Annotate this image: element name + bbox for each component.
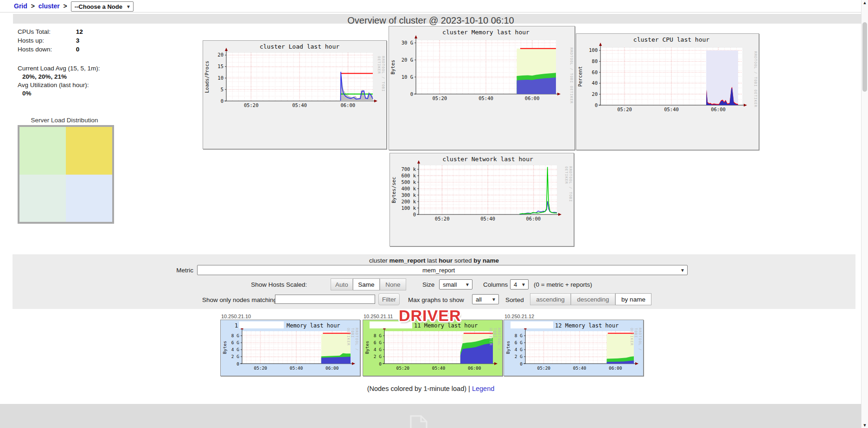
host-memory-graph-11[interactable]: 02 G4 G6 G8 G05:2005:4006:00Bytes11 Memo… bbox=[363, 320, 503, 376]
svg-text:0: 0 bbox=[221, 98, 223, 104]
svg-text:06:00: 06:00 bbox=[711, 107, 726, 112]
stat-value: 3 bbox=[76, 37, 80, 44]
scaled-same-button[interactable]: Same bbox=[353, 278, 380, 290]
filter-label: Show only nodes matching bbox=[202, 296, 277, 303]
svg-text:0: 0 bbox=[236, 361, 239, 366]
sld-quadrant-top-left bbox=[19, 127, 66, 175]
metric-label: Metric bbox=[170, 267, 193, 274]
svg-text:05:20: 05:20 bbox=[254, 365, 267, 371]
svg-text:400 k: 400 k bbox=[401, 186, 416, 191]
max-graphs-select[interactable]: all ▼ bbox=[472, 294, 499, 304]
svg-text:5: 5 bbox=[221, 87, 223, 92]
svg-text:8 G: 8 G bbox=[374, 333, 382, 338]
svg-text:6 G: 6 G bbox=[231, 340, 239, 345]
stat-label: Hosts down: bbox=[18, 46, 74, 53]
svg-text:10: 10 bbox=[217, 75, 223, 81]
graph-legend: In Now: 23.2k Min: 4.3k Avg: 61.1k Max:7… bbox=[390, 246, 574, 246]
rrdtool-watermark: RRDTOOL / TOBI OETIKER bbox=[564, 166, 573, 213]
svg-text:cluster Load last hour: cluster Load last hour bbox=[260, 43, 339, 50]
svg-text:4 G: 4 G bbox=[374, 347, 382, 352]
host-ip-label: 10.250.21.11 bbox=[364, 314, 393, 319]
svg-text:30 G: 30 G bbox=[402, 40, 413, 45]
footer-band bbox=[0, 404, 868, 428]
host-memory-graph-12[interactable]: 02 G4 G6 G8 G05:2005:4006:00Bytes12 Memo… bbox=[504, 320, 644, 376]
svg-text:06:00: 06:00 bbox=[526, 216, 541, 221]
svg-text:10 G: 10 G bbox=[402, 74, 413, 80]
scroll-down-arrow[interactable]: ▼ bbox=[862, 423, 868, 428]
metric-select[interactable]: mem_report ▼ bbox=[197, 265, 688, 275]
svg-text:4 G: 4 G bbox=[515, 347, 523, 352]
scrollbar-thumb[interactable] bbox=[862, 22, 867, 92]
graph-legend: Use Now: 9.7G Min: 1.9G Avg: 8.0G Max: 9… bbox=[389, 150, 574, 150]
stat-label: Hosts up: bbox=[18, 37, 74, 44]
header-divider bbox=[0, 12, 862, 13]
chevron-down-icon: ▼ bbox=[521, 282, 526, 287]
size-select[interactable]: small ▼ bbox=[439, 279, 472, 290]
columns-select-value: 4 bbox=[514, 281, 517, 288]
svg-text:05:40: 05:40 bbox=[292, 102, 307, 108]
svg-text:2 G: 2 G bbox=[231, 354, 239, 359]
server-load-distribution-chart[interactable] bbox=[18, 125, 114, 224]
scaled-label: Show Hosts Scaled: bbox=[207, 281, 307, 288]
cluster-memory-graph[interactable]: 010 G20 G30 G05:2005:4006:00Bytescluster… bbox=[389, 26, 575, 150]
svg-text:Bytes/sec: Bytes/sec bbox=[391, 177, 396, 203]
cluster-network-graph[interactable]: 0100 k200 k300 k400 k500 k600 k700 k05:2… bbox=[389, 153, 574, 246]
svg-text:6 G: 6 G bbox=[374, 340, 382, 345]
svg-text:20 G: 20 G bbox=[402, 57, 413, 63]
sort-by-name-button[interactable]: by name bbox=[615, 293, 651, 305]
vertical-scrollbar[interactable]: ▲ ▼ bbox=[861, 0, 868, 428]
svg-text:80: 80 bbox=[592, 58, 598, 64]
sort-descending-button[interactable]: descending bbox=[571, 293, 615, 305]
util-value: 0% bbox=[22, 90, 161, 97]
stat-hosts-up: Hosts up: 3 bbox=[18, 37, 157, 44]
load-avg-value: 20%, 20%, 21% bbox=[22, 73, 161, 80]
columns-note: (0 = metric + reports) bbox=[534, 281, 592, 288]
breadcrumb: Grid > cluster > --Choose a Node ▼ bbox=[14, 1, 134, 12]
rrdtool-watermark: RRDTOOL / TOBI OETIKER bbox=[753, 51, 758, 107]
svg-text:06:00: 06:00 bbox=[609, 365, 622, 371]
svg-text:20: 20 bbox=[217, 52, 223, 57]
footer-note-text: (Nodes colored by 1-minute load) | bbox=[367, 385, 470, 392]
sort-ascending-button[interactable]: ascending bbox=[530, 293, 571, 305]
svg-text:40: 40 bbox=[592, 80, 598, 86]
max-graphs-select-value: all bbox=[476, 296, 482, 303]
svg-text:15: 15 bbox=[217, 63, 223, 69]
server-load-distribution-title: Server Load Distribution bbox=[18, 117, 111, 124]
sorted-label: Sorted bbox=[505, 296, 524, 303]
legend-link[interactable]: Legend bbox=[472, 385, 494, 392]
filter-button[interactable]: Filter bbox=[378, 293, 400, 305]
rrdtool-watermark: RRDTOOL / TOBI OETIKER bbox=[489, 328, 501, 356]
scaled-none-button[interactable]: None bbox=[380, 278, 406, 290]
chart-canvas: 0100 k200 k300 k400 k500 k600 k700 k05:2… bbox=[390, 153, 574, 246]
svg-text:05:20: 05:20 bbox=[435, 216, 450, 221]
svg-text:0: 0 bbox=[595, 102, 598, 108]
rrdtool-watermark: RRDTOOL / TOBI OETIKER bbox=[630, 328, 642, 356]
svg-text:05:20: 05:20 bbox=[244, 102, 259, 108]
columns-select[interactable]: 4 ▼ bbox=[510, 279, 529, 290]
svg-text:05:40: 05:40 bbox=[573, 365, 587, 371]
svg-text:0: 0 bbox=[379, 361, 382, 366]
node-select[interactable]: --Choose a Node ▼ bbox=[71, 1, 134, 12]
breadcrumb-cluster-link[interactable]: cluster bbox=[38, 2, 60, 10]
cluster-load-graph[interactable]: 0510152005:2005:4006:00Loads/Procscluste… bbox=[203, 40, 387, 149]
size-select-value: small bbox=[443, 281, 457, 288]
scaled-auto-button[interactable]: Auto bbox=[331, 278, 353, 290]
svg-text:05:40: 05:40 bbox=[432, 365, 446, 371]
svg-text:1: 1 bbox=[235, 322, 238, 329]
summary-prefix: cluster bbox=[369, 257, 389, 264]
svg-text:05:40: 05:40 bbox=[479, 95, 493, 101]
svg-text:cluster CPU last hour: cluster CPU last hour bbox=[633, 36, 710, 43]
host-memory-graph-10[interactable]: 02 G4 G6 G8 G05:2005:4006:00BytesMemory … bbox=[220, 320, 360, 376]
graph-legend: User Now: 0.8% Min: 0.5% Avg: 4.6% Max: … bbox=[576, 150, 759, 150]
scroll-up-arrow[interactable]: ▲ bbox=[862, 0, 868, 5]
cluster-cpu-graph[interactable]: 02040608010005:2005:4006:00Percentcluste… bbox=[576, 33, 759, 150]
svg-text:06:00: 06:00 bbox=[326, 365, 339, 371]
svg-text:8 G: 8 G bbox=[515, 333, 523, 338]
stat-hosts-down: Hosts down: 0 bbox=[18, 46, 157, 53]
chevron-down-icon: ▼ bbox=[126, 4, 131, 9]
svg-text:06:00: 06:00 bbox=[468, 365, 481, 371]
breadcrumb-grid-link[interactable]: Grid bbox=[14, 2, 27, 10]
svg-text:Bytes: Bytes bbox=[364, 341, 370, 354]
summary-mid: sorted bbox=[453, 257, 473, 264]
filter-input[interactable] bbox=[275, 295, 375, 304]
